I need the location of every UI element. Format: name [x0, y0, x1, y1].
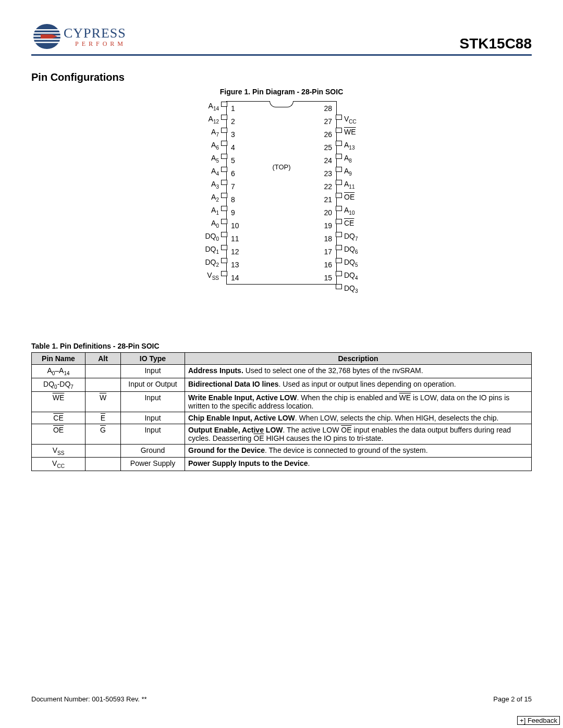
pin-row: A3722OE: [227, 180, 336, 193]
pin-label: DQ2: [190, 258, 219, 268]
cell-io-type: Power Supply: [121, 458, 185, 471]
pin-label: A14: [190, 102, 219, 112]
pin-number: 11: [227, 235, 247, 243]
cell-description: Bidirectional Data IO lines. Used as inp…: [185, 378, 532, 391]
pin-number: 3: [227, 130, 247, 139]
figure-title: Figure 1. Pin Diagram - 28-Pin SOIC: [31, 88, 532, 96]
pin-label: WE: [344, 128, 373, 136]
pin-number: 16: [316, 261, 336, 269]
table-row: VCCPower SupplyPower Supply Inputs to th…: [32, 458, 532, 471]
cell-io-type: Input: [121, 365, 185, 378]
cell-alt: G: [85, 424, 121, 444]
cell-description: Write Enable Input, Active LOW. When the…: [185, 391, 532, 412]
cell-description: Chip Enable Input, Active LOW. When LOW,…: [185, 412, 532, 424]
cell-pin-name: WE: [32, 391, 85, 412]
table-row: A0–A14InputAddress Inputs. Used to selec…: [32, 365, 532, 378]
pin-number: 19: [316, 221, 336, 230]
pin-row: A5524A9: [227, 154, 336, 167]
pin-number: 28: [316, 104, 336, 113]
pin-diagram: (TOP) A14128VCCA12227WEA7326A13A6425A8A5…: [31, 101, 532, 285]
pin-label: A0: [190, 219, 219, 229]
cell-alt: [85, 365, 121, 378]
pin-label: DQ6: [344, 245, 373, 255]
pin-row: A14128VCC: [227, 102, 336, 115]
table-row: DQ0-DQ7Input or OutputBidirectional Data…: [32, 378, 532, 391]
svg-rect-1: [33, 29, 60, 31]
pin-label: A4: [190, 167, 219, 177]
pin-number: 26: [316, 130, 336, 139]
pin-number: 7: [227, 182, 247, 191]
pin-label: A3: [190, 180, 219, 190]
pin-label: A2: [190, 193, 219, 203]
pin-number: 10: [227, 221, 247, 230]
brand-name: CYPRESS: [64, 26, 126, 41]
pin-label: DQ3: [344, 284, 373, 294]
table-header: IO Type: [121, 353, 185, 365]
cell-description: Address Inputs. Used to select one of th…: [185, 365, 532, 378]
pin-label: A8: [344, 154, 373, 164]
pin-row: A2821A10: [227, 193, 336, 206]
pin-label: A9: [344, 167, 373, 177]
cell-description: Output Enable, Active LOW. The active LO…: [185, 424, 532, 444]
pin-label: A7: [190, 128, 219, 138]
pin-number: 12: [227, 248, 247, 256]
globe-icon: [31, 21, 68, 52]
pin-row: A6425A8: [227, 141, 336, 154]
cell-alt: [85, 458, 121, 471]
pin-number: 17: [316, 248, 336, 256]
pin-row: VSS1415DQ3: [227, 271, 336, 284]
page-footer: Document Number: 001-50593 Rev. ** Page …: [31, 695, 532, 703]
pin-row: A7326A13: [227, 128, 336, 141]
cell-alt: [85, 444, 121, 458]
section-title: Pin Configurations: [31, 71, 532, 83]
pin-label: A13: [344, 141, 373, 151]
pin-number: 13: [227, 261, 247, 269]
table-header: Alt: [85, 353, 121, 365]
pin-label: DQ4: [344, 271, 373, 281]
cell-alt: W: [85, 391, 121, 412]
brand-logo: CYPRESS PERFORM: [31, 21, 126, 52]
table-header: Pin Name: [32, 353, 85, 365]
table-row: CEEInputChip Enable Input, Active LOW. W…: [32, 412, 532, 424]
page-header: CYPRESS PERFORM STK15C88: [31, 21, 532, 52]
brand-tagline: PERFORM: [75, 40, 126, 48]
pin-row: A1920CE: [227, 206, 336, 219]
pin-number: 8: [227, 195, 247, 204]
pin-row: DQ21316DQ4: [227, 258, 336, 271]
cell-io-type: Input: [121, 424, 185, 444]
pin-row: DQ01118DQ6: [227, 232, 336, 245]
pin-number: 20: [316, 208, 336, 217]
pin-number: 2: [227, 117, 247, 126]
pin-label: VSS: [190, 271, 219, 281]
table-row: OEGInputOutput Enable, Active LOW. The a…: [32, 424, 532, 444]
pin-number: 21: [316, 195, 336, 204]
pin-number: 22: [316, 182, 336, 191]
pin-number: 27: [316, 117, 336, 126]
cell-pin-name: A0–A14: [32, 365, 85, 378]
pin-label: DQ0: [190, 232, 219, 242]
cell-alt: E: [85, 412, 121, 424]
doc-number: Document Number: 001-50593 Rev. **: [31, 695, 147, 703]
part-number: STK15C88: [459, 35, 532, 52]
cell-pin-name: OE: [32, 424, 85, 444]
table-row: WEWInputWrite Enable Input, Active LOW. …: [32, 391, 532, 412]
pin-definitions-table: Pin NameAltIO TypeDescription A0–A14Inpu…: [31, 352, 532, 471]
pin-label: A5: [190, 154, 219, 164]
pin-number: 9: [227, 208, 247, 217]
pin-label: A6: [190, 141, 219, 151]
pin-label: A10: [344, 206, 373, 216]
header-rule: [31, 54, 532, 56]
pin-number: 5: [227, 156, 247, 165]
feedback-button[interactable]: +] Feedback: [517, 716, 560, 725]
pin-label: DQ5: [344, 258, 373, 268]
cell-io-type: Input: [121, 391, 185, 412]
svg-rect-4: [33, 39, 60, 40]
pin-label: A1: [190, 206, 219, 216]
cell-alt: [85, 378, 121, 391]
pin-row: A4623A11: [227, 167, 336, 180]
cell-io-type: Ground: [121, 444, 185, 458]
pin-label: A11: [344, 180, 373, 190]
pin-number: 1: [227, 104, 247, 113]
table-title: Table 1. Pin Definitions - 28-Pin SOIC: [31, 342, 532, 350]
pin-row: DQ11217DQ5: [227, 245, 336, 258]
